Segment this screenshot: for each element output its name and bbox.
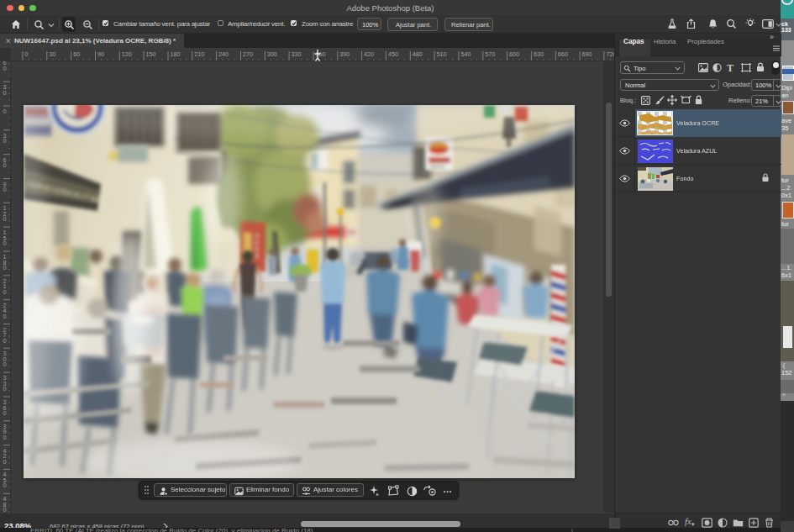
svg-text:540: 540 — [460, 50, 471, 58]
svg-text:150: 150 — [146, 50, 156, 58]
svg-text:0: 0 — [3, 361, 7, 368]
svg-text:0: 0 — [3, 337, 7, 345]
svg-text:300: 300 — [267, 50, 277, 58]
svg-text:630: 630 — [534, 50, 544, 58]
svg-text:0: 0 — [3, 385, 7, 392]
svg-text:0: 0 — [3, 89, 7, 97]
svg-text:450: 450 — [388, 50, 398, 58]
svg-text:0: 0 — [3, 108, 7, 115]
svg-text:330: 330 — [292, 50, 302, 58]
svg-text:420: 420 — [364, 50, 374, 58]
svg-text:0: 0 — [3, 434, 7, 441]
svg-text:480: 480 — [413, 50, 423, 58]
svg-text:0: 0 — [3, 409, 7, 417]
svg-text:390: 390 — [339, 50, 350, 58]
svg-text:0: 0 — [3, 264, 7, 271]
svg-text:270: 270 — [243, 50, 253, 58]
svg-text:570: 570 — [485, 50, 495, 58]
svg-text:120: 120 — [122, 50, 132, 58]
svg-text:90: 90 — [97, 50, 104, 58]
svg-text:0: 0 — [3, 65, 7, 72]
svg-text:0: 0 — [3, 186, 7, 193]
svg-text:720: 720 — [606, 50, 614, 58]
svg-text:0: 0 — [3, 288, 7, 296]
svg-text:600: 600 — [509, 50, 519, 58]
svg-text:180: 180 — [171, 50, 181, 58]
svg-text:510: 510 — [437, 50, 447, 58]
svg-text:60: 60 — [73, 50, 80, 58]
svg-text:0: 0 — [3, 313, 7, 320]
svg-text:0: 0 — [3, 215, 7, 223]
svg-text:210: 210 — [194, 50, 204, 58]
svg-text:0: 0 — [3, 482, 7, 489]
svg-text:240: 240 — [218, 50, 229, 58]
svg-text:660: 660 — [558, 50, 568, 58]
svg-text:0: 0 — [25, 50, 29, 58]
svg-text:0: 0 — [3, 137, 7, 145]
svg-text:0: 0 — [3, 458, 7, 466]
svg-text:0: 0 — [3, 506, 7, 513]
svg-text:30: 30 — [49, 50, 55, 58]
svg-text:0: 0 — [3, 240, 7, 247]
svg-text:690: 690 — [582, 50, 592, 58]
svg-text:0: 0 — [3, 161, 7, 169]
